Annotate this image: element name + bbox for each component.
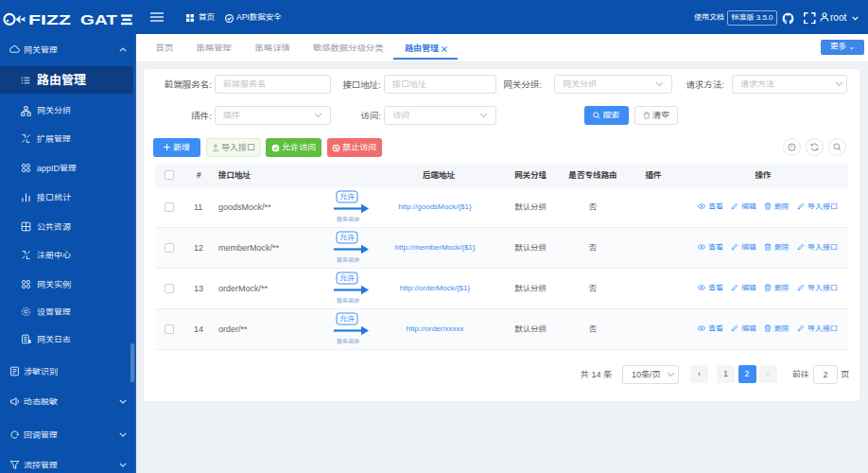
svg-text:FIZZ: FIZZ — [28, 12, 71, 27]
svg-text:GAT: GAT — [80, 12, 117, 27]
